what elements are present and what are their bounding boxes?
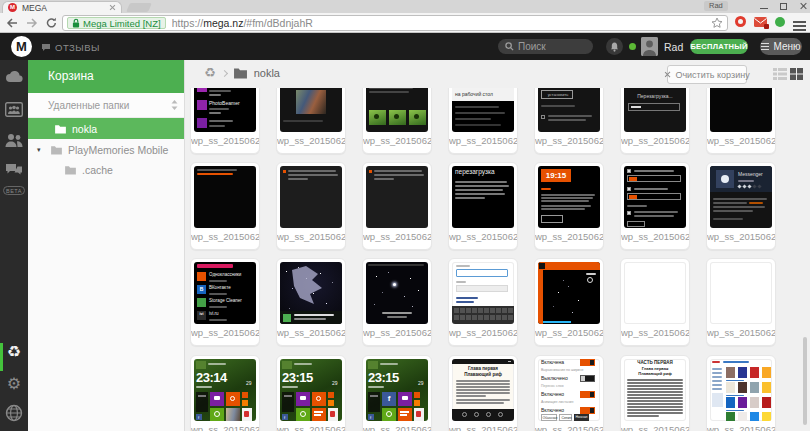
- file-name: wp_ss_20150629...: [277, 327, 345, 338]
- plan-badge[interactable]: БЕСПЛАТНЫЙ: [690, 39, 748, 54]
- tab-close-icon[interactable]: [109, 4, 116, 11]
- file-name: wp_ss_20150629...: [621, 424, 689, 431]
- file-card[interactable]: 19:15wp_ss_20150629...: [534, 162, 604, 250]
- file-card[interactable]: wp_ss_20150629...: [362, 258, 432, 346]
- file-card[interactable]: 23:1529ffwp_ss_20150629...: [362, 355, 432, 431]
- search-placeholder: Поиск: [518, 41, 546, 52]
- file-thumbnail: [710, 359, 772, 421]
- avatar[interactable]: [641, 37, 658, 56]
- file-name: wp_ss_20150629...: [707, 424, 775, 431]
- file-name: wp_ss_20150629...: [449, 135, 517, 146]
- bookmark-star-icon[interactable]: [711, 17, 723, 29]
- file-card[interactable]: wp_ss_20150629...: [276, 162, 346, 250]
- file-thumbnail: [366, 166, 428, 228]
- window-maximize-icon[interactable]: [780, 3, 787, 10]
- url-text: https://mega.nz/#fm/dBdnjahR: [172, 17, 711, 29]
- file-name: wp_ss_20150629...: [363, 135, 431, 146]
- ev-badge-label: Mega Limited [NZ]: [83, 18, 161, 29]
- sort-icon[interactable]: [171, 100, 178, 110]
- file-card[interactable]: wp_ss_20150629...: [620, 162, 690, 250]
- file-name: wp_ss_20150629...: [191, 135, 259, 146]
- file-name: wp_ss_20150629...: [449, 231, 517, 242]
- tab-title: MEGA: [22, 3, 109, 13]
- browser-tab[interactable]: M MEGA: [2, 1, 122, 13]
- window-minimize-icon[interactable]: [760, 8, 768, 9]
- tree-item-playmemories[interactable]: ▾ PlayMemories Mobile: [28, 139, 184, 160]
- file-name: wp_ss_20150629...: [363, 424, 431, 431]
- file-thumbnail: Глава перваяПлавающий риф: [452, 359, 514, 421]
- reload-icon[interactable]: [46, 17, 57, 28]
- file-name: wp_ss_20150629...: [277, 424, 345, 431]
- search-icon: [505, 42, 514, 51]
- file-thumbnail: [624, 262, 686, 324]
- mega-favicon-icon: M: [8, 3, 17, 12]
- language-globe-icon[interactable]: [0, 404, 28, 422]
- rubbish-bin-crumb-icon[interactable]: ♻: [204, 66, 216, 80]
- back-icon[interactable]: [6, 18, 18, 28]
- tree-item-cache[interactable]: .cache: [28, 160, 184, 180]
- file-card[interactable]: wp_ss_20150629...: [620, 258, 690, 346]
- file-card[interactable]: wp_ss_20150629...: [706, 355, 776, 431]
- cloud-drive-icon[interactable]: [0, 70, 28, 83]
- feedback-link[interactable]: ОТЗЫВЫ: [41, 42, 100, 53]
- extension-mail-icon[interactable]: [754, 17, 767, 27]
- mega-logo[interactable]: M: [11, 36, 32, 57]
- file-card[interactable]: Глава перваяПлавающий рифwp_ss_20150629.…: [448, 355, 518, 431]
- file-name: wp_ss_20150629...: [707, 135, 775, 146]
- empty-trash-button[interactable]: Очистить корзину: [667, 65, 747, 84]
- list-view-icon[interactable]: [773, 68, 787, 80]
- shared-folders-icon[interactable]: [0, 102, 28, 117]
- file-card[interactable]: ВключенаВыключеноВыравнивание по ширинеВ…: [534, 355, 604, 431]
- file-card[interactable]: wp_ss_20150629...: [362, 162, 432, 250]
- breadcrumb[interactable]: ♻ nokla: [204, 66, 280, 80]
- file-thumbnail: [194, 166, 256, 228]
- browser-profile-badge[interactable]: Rad: [704, 1, 728, 11]
- file-name: wp_ss_20150629...: [621, 327, 689, 338]
- username-label: Rad: [664, 41, 683, 53]
- file-card[interactable]: ОдноклассникиBВКонтактеStorage Cleaneriv…: [190, 258, 260, 346]
- new-tab-button[interactable]: [126, 3, 152, 12]
- file-card[interactable]: Messengerwp_ss_20150629...: [706, 162, 776, 250]
- left-rail: BETA ♻ ⚙: [0, 60, 28, 431]
- menu-button[interactable]: Меню: [760, 38, 802, 55]
- file-name: wp_ss_20150629...: [449, 327, 517, 338]
- panel-title: Корзина: [28, 60, 184, 93]
- file-card[interactable]: 23:1429fwp_ss_20150629...: [190, 355, 260, 431]
- menu-label: Меню: [773, 41, 800, 52]
- forward-icon[interactable]: [26, 18, 38, 28]
- search-input[interactable]: Поиск: [498, 39, 593, 54]
- file-thumbnail: [624, 166, 686, 228]
- file-card[interactable]: wp_ss_20150629...: [276, 258, 346, 346]
- address-bar[interactable]: Mega Limited [NZ] https://mega.nz/#fm/dB…: [62, 15, 728, 31]
- feedback-bubble-icon: [41, 43, 51, 52]
- notifications-button[interactable]: [606, 38, 623, 55]
- file-card[interactable]: 23:1529fwp_ss_20150629...: [276, 355, 346, 431]
- file-card[interactable]: перезагрузкаwp_ss_20150629...: [448, 162, 518, 250]
- grid-view-icon[interactable]: [790, 68, 803, 80]
- file-thumbnail: 23:1429f: [194, 359, 256, 421]
- extension-green-icon[interactable]: [775, 17, 785, 27]
- file-name: wp_ss_20150629...: [535, 135, 603, 146]
- file-card[interactable]: ЧАСТЬ ПЕРВАЯГлава перваяПлавающий рифwp_…: [620, 355, 690, 431]
- settings-gear-icon[interactable]: ⚙: [0, 374, 28, 393]
- rubbish-bin-icon[interactable]: ♻: [0, 342, 28, 361]
- file-card[interactable]: wp_ss_20150629...: [706, 258, 776, 346]
- browser-menu-icon[interactable]: [793, 21, 806, 23]
- tree-header[interactable]: Удаленные папки: [28, 93, 184, 118]
- padlock-icon: [72, 18, 80, 28]
- expand-caret-icon[interactable]: ▾: [37, 146, 41, 154]
- ev-certificate-badge[interactable]: Mega Limited [NZ]: [67, 17, 166, 29]
- extension-opera-icon[interactable]: [735, 16, 746, 27]
- file-name: wp_ss_20150629...: [363, 231, 431, 242]
- file-thumbnail: 23:1529f: [280, 359, 342, 421]
- tree-item-nokla[interactable]: nokla: [28, 118, 184, 139]
- file-card[interactable]: wp_ss_20150629...: [534, 258, 604, 346]
- file-name: wp_ss_20150629...: [191, 327, 259, 338]
- chat-icon[interactable]: [0, 163, 28, 177]
- contacts-icon[interactable]: [0, 133, 28, 147]
- file-card[interactable]: wp_ss_20150629...: [190, 162, 260, 250]
- main-content: Lumia MomentsPhotoBeamerwp_ss_20150629..…: [185, 60, 810, 431]
- chevron-right-icon: [221, 69, 228, 76]
- window-close-icon[interactable]: [799, 2, 807, 10]
- file-card[interactable]: wp_ss_20150629...: [448, 258, 518, 346]
